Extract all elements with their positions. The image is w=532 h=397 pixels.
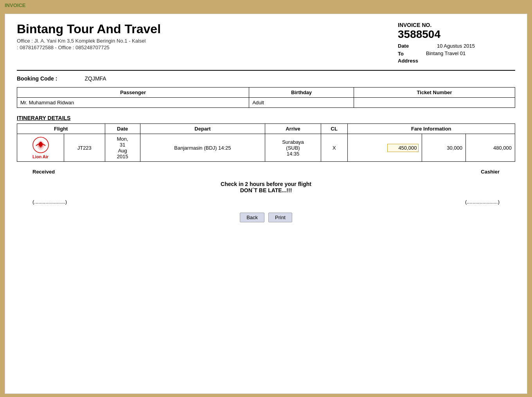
- passenger-birthday: Adult: [249, 98, 354, 108]
- table-row: Mr. Muhammad Ridwan Adult: [17, 98, 515, 108]
- flight-logo-cell: Lion Air: [17, 134, 64, 162]
- depart-cell: Banjarmasin (BDJ) 14:25: [140, 134, 265, 162]
- fare2-cell: 30,000: [422, 134, 466, 162]
- signature-right: (......................): [465, 199, 500, 205]
- itinerary-table: Flight Date Depart Arrive CL Fare Inform…: [17, 123, 515, 162]
- signature-section: (......................) (..............…: [17, 199, 515, 205]
- arrive-cell: Surabaya(SUB)14:35: [265, 134, 321, 162]
- footer-section: Received Cashier: [17, 169, 515, 175]
- date-col-header: Date: [105, 124, 140, 134]
- header-divider: [17, 70, 515, 71]
- invoice-date-row: Date 10 Agustus 2015: [398, 43, 515, 49]
- fare3-cell: 480,000: [466, 134, 515, 162]
- flight-date-cell: Mon,31Aug2015: [105, 134, 140, 162]
- signature-left: (......................): [32, 199, 67, 205]
- flight-no-cell: JT223: [64, 134, 105, 162]
- invoice-no-value: 3588504: [398, 28, 515, 41]
- invoice-topbar: INVOICE: [0, 0, 532, 11]
- back-button[interactable]: Back: [240, 213, 264, 222]
- passenger-ticket: [354, 98, 515, 108]
- depart-col-header: Depart: [140, 124, 265, 134]
- button-section: Back Print: [17, 213, 515, 222]
- fare-col-header: Fare Information: [347, 124, 515, 134]
- booking-section: Booking Code : ZQJMFA: [17, 75, 515, 82]
- arrive-info: Surabaya(SUB)14:35: [282, 139, 304, 157]
- passenger-col-header: Passenger: [17, 88, 249, 98]
- flight-col-header: Flight: [17, 124, 105, 134]
- date-label: Date: [398, 43, 429, 49]
- flight-date: Mon,31Aug2015: [117, 136, 128, 159]
- company-name: Bintang Tour And Travel: [17, 22, 161, 36]
- booking-value: ZQJMFA: [84, 75, 106, 82]
- invoice-no-label: INVOICE NO.: [398, 22, 515, 28]
- itinerary-title: ITINERARY DETAILS: [17, 115, 515, 121]
- booking-label: Booking Code :: [17, 75, 57, 82]
- depart-info: Banjarmasin (BDJ) 14:25: [174, 145, 231, 151]
- arrive-col-header: Arrive: [265, 124, 321, 134]
- fare1-input[interactable]: [387, 144, 419, 152]
- birthday-col-header: Birthday: [249, 88, 354, 98]
- company-address: Office : Jl. A. Yani Km 3,5 Komplek Beri…: [17, 38, 161, 44]
- lion-air-icon: [32, 136, 49, 154]
- notice-line2: DON´T BE LATE...!!!: [17, 187, 515, 193]
- center-notice: Check in 2 hours before your flight DON´…: [17, 181, 515, 193]
- lion-air-text: Lion Air: [32, 154, 49, 159]
- invoice-topbar-label: INVOICE: [5, 2, 25, 8]
- passenger-table-header-row: Passenger Birthday Ticket Number: [17, 88, 515, 98]
- itinerary-row: Lion Air JT223 Mon,31Aug2015 Banjarmasin…: [17, 134, 515, 162]
- company-info: Bintang Tour And Travel Office : Jl. A. …: [17, 22, 161, 51]
- print-button[interactable]: Print: [268, 213, 292, 222]
- company-phone: : 087816772588 - Office : 085248707725: [17, 45, 161, 50]
- ticket-col-header: Ticket Number: [354, 88, 515, 98]
- cashier-label: Cashier: [481, 169, 500, 175]
- invoice-header: Bintang Tour And Travel Office : Jl. A. …: [17, 22, 515, 66]
- date-value: 10 Agustus 2015: [437, 43, 475, 49]
- passenger-name: Mr. Muhammad Ridwan: [17, 98, 249, 108]
- invoice-meta: INVOICE NO. 3588504 Date 10 Agustus 2015…: [398, 22, 515, 66]
- lion-air-logo: Lion Air: [20, 136, 61, 159]
- to-address-value: Bintang Travel 01: [426, 50, 466, 56]
- passenger-table: Passenger Birthday Ticket Number Mr. Muh…: [17, 87, 515, 108]
- to-address-label: ToAddress: [398, 50, 418, 64]
- to-address-row: ToAddress Bintang Travel 01: [398, 50, 515, 64]
- notice-line1: Check in 2 hours before your flight: [17, 181, 515, 187]
- cl-col-header: CL: [321, 124, 347, 134]
- cl-cell: X: [321, 134, 347, 162]
- itinerary-header-row: Flight Date Depart Arrive CL Fare Inform…: [17, 124, 515, 134]
- received-label: Received: [32, 169, 55, 175]
- fare1-cell: [347, 134, 422, 162]
